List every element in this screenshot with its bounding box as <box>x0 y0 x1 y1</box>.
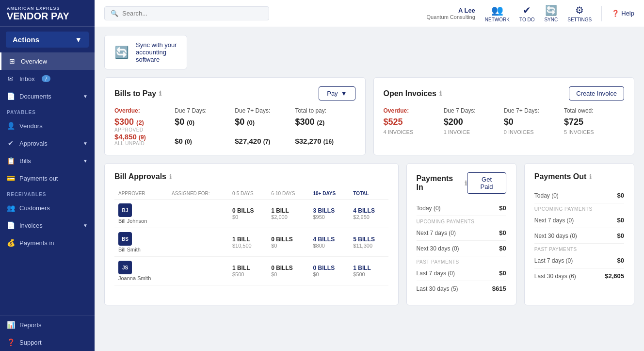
create-invoice-button[interactable]: Create Invoice <box>569 86 624 100</box>
sync-circle-icon: 🔄 <box>114 46 129 59</box>
settings-label: SETTINGS <box>567 17 592 22</box>
customers-icon: 👥 <box>7 204 15 212</box>
network-icon-btn[interactable]: 👥 NETWORK <box>485 4 510 22</box>
invoices-info-icon[interactable]: ℹ <box>439 90 442 97</box>
chevron-icon: ▼ <box>83 223 88 228</box>
inv-due7plus-col: Due 7+ Days: $0 0 INVOICES <box>504 107 564 135</box>
payments-in-title: Payments In ℹ <box>417 174 467 192</box>
invoice-columns: Overdue: $525 4 INVOICES Due 7 Days: $20… <box>384 107 625 135</box>
search-box[interactable]: 🔍 <box>104 6 269 20</box>
sync-line1: Sync with your <box>136 41 177 49</box>
todo-icon: ✔ <box>523 4 531 16</box>
approvals-title: Bill Approvals ℹ <box>114 172 172 181</box>
payments-out-today-amount: $0 <box>617 192 624 199</box>
sidebar-item-customers[interactable]: 👥 Customers <box>0 199 95 217</box>
sync-icon-btn[interactable]: 🔄 SYNC <box>544 4 558 22</box>
pay-chevron-icon: ▼ <box>341 90 347 97</box>
due7-sub-amount: $0 (0) <box>175 137 235 145</box>
sidebar-item-payments-out[interactable]: 💳 Payments out <box>0 169 95 187</box>
bills-to-pay-card: Bills to Pay ℹ Pay ▼ Overdue: $300 (2) A… <box>104 77 366 155</box>
sync-banner[interactable]: 🔄 Sync with your accounting software <box>104 35 187 69</box>
sidebar-item-support[interactable]: ❓ Support <box>0 334 95 351</box>
approver-name: Joanna Smith <box>118 275 164 281</box>
payments-out-last30-row: Last 30 days (6) $2,605 <box>534 268 624 284</box>
sidebar-item-label: Overview <box>21 58 47 65</box>
approvals-icon: ✔ <box>7 139 15 147</box>
sidebar-item-invoices[interactable]: 📄 Invoices ▼ <box>0 217 95 234</box>
bill-count: 1 BILL <box>271 207 305 214</box>
bills-columns: Overdue: $300 (2) APPROVED $4,850 (9) AL… <box>114 107 355 146</box>
col-0-5-cell: 1 BILL $500 <box>228 257 267 285</box>
bills-info-icon[interactable]: ℹ <box>159 90 161 97</box>
col-10plus-cell: 0 BILLS $0 <box>309 257 349 285</box>
payments-out-next30-amount: $0 <box>617 232 624 239</box>
total-cell: 1 BILL $500 <box>349 257 388 285</box>
bills-title-text: Bills to Pay <box>114 89 156 98</box>
chevron-icon: ▼ <box>83 94 88 99</box>
total-cell: 4 BILLS $2,950 <box>349 200 388 228</box>
inv-total-amount: $725 <box>564 117 624 127</box>
bills-due7-col: Due 7 Days: $0 (0) $0 (0) <box>175 107 235 146</box>
sidebar-item-inbox[interactable]: ✉ Inbox 7 <box>0 70 95 87</box>
pay-button[interactable]: Pay ▼ <box>319 86 355 100</box>
bill-amount: $0 <box>271 243 305 249</box>
sidebar: AMERICAN EXPRESS VENDOR PAY Actions ▼ ⊞ … <box>0 0 95 351</box>
inv-due7-label: Due 7 Days: <box>444 107 504 114</box>
payments-in-next7-row: Next 7 days (0) $0 <box>417 225 506 241</box>
col-0-5-cell: 0 BILLS $0 <box>228 200 267 228</box>
payments-out-next30-label: Next 30 days (0) <box>534 233 577 239</box>
reports-icon: 📊 <box>7 321 15 329</box>
sidebar-item-vendors[interactable]: 👤 Vendors <box>0 117 95 134</box>
payables-section-label: PAYABLES <box>0 105 95 117</box>
help-button[interactable]: ❓ Help <box>612 10 634 17</box>
actions-button[interactable]: Actions ▼ <box>6 32 89 48</box>
inv-due7-amount: $200 <box>444 117 504 127</box>
payments-out-past-label: PAST PAYMENTS <box>534 244 624 253</box>
search-input[interactable] <box>122 10 263 17</box>
settings-icon-btn[interactable]: ⚙ SETTINGS <box>567 4 592 22</box>
inv-overdue-label: Overdue: <box>384 107 444 114</box>
payments-out-title-text: Payments Out <box>534 172 587 181</box>
receivables-section-label: RECEIVABLES <box>0 187 95 199</box>
sidebar-item-payments-in[interactable]: 💰 Payments in <box>0 234 95 251</box>
todo-icon-btn[interactable]: ✔ TO DO <box>519 4 534 22</box>
sidebar-item-label: Bills <box>19 157 31 165</box>
bill-count: 1 BILL <box>232 236 263 243</box>
assigned-cell <box>168 228 228 257</box>
payments-out-info-icon[interactable]: ℹ <box>589 173 592 181</box>
search-icon: 🔍 <box>111 10 118 17</box>
payments-in-today-amount: $0 <box>499 204 506 212</box>
logo-line2: VENDOR PAY <box>7 11 88 21</box>
approvals-info-icon[interactable]: ℹ <box>169 173 172 181</box>
inv-total-col: Total owed: $725 5 INVOICES <box>564 107 624 135</box>
payments-out-last30-amount: $2,605 <box>605 272 624 280</box>
get-paid-button[interactable]: Get Paid <box>467 172 506 194</box>
sidebar-item-overview[interactable]: ⊞ Overview <box>0 52 95 70</box>
help-label: Help <box>621 10 634 17</box>
approvals-title-text: Bill Approvals <box>114 172 166 181</box>
approvals-header: Bill Approvals ℹ <box>114 172 388 181</box>
col-total: TOTAL <box>349 188 388 200</box>
payments-in-today-label: Today (0) <box>417 205 441 212</box>
sidebar-item-bills[interactable]: 📋 Bills ▼ <box>0 152 95 169</box>
overdue-sub-amount: $4,850 (9) <box>114 133 175 141</box>
table-row: JS Joanna Smith 1 BILL $500 0 BILLS $0 0… <box>114 257 388 285</box>
sidebar-item-documents[interactable]: 📄 Documents ▼ <box>0 87 95 105</box>
sidebar-item-label: Documents <box>19 93 51 100</box>
approver-cell: JS Joanna Smith <box>114 257 168 285</box>
approved-label: APPROVED <box>114 127 175 133</box>
bill-approvals-card: Bill Approvals ℹ APPROVER ASSIGNED FOR: … <box>104 163 399 305</box>
sidebar-item-reports[interactable]: 📊 Reports <box>0 316 95 334</box>
sidebar-item-label: Vendors <box>19 122 43 130</box>
support-icon: ❓ <box>7 338 15 346</box>
sidebar-item-approvals[interactable]: ✔ Approvals ▼ <box>0 134 95 152</box>
approver-name: Bill Johnson <box>118 218 164 224</box>
total-label: Total to pay: <box>295 107 355 114</box>
inv-total-sub: 5 INVOICES <box>564 129 624 135</box>
col-10plus: 10+ DAYS <box>309 188 349 200</box>
user-info: A Lee Quantum Consulting <box>427 7 475 20</box>
due7plus-sub-amount: $27,420 (7) <box>235 137 295 145</box>
bill-amount: $0 <box>313 271 345 277</box>
payments-out-header: Payments Out ℹ <box>534 172 624 181</box>
col-10plus-cell: 3 BILLS $950 <box>309 200 349 228</box>
